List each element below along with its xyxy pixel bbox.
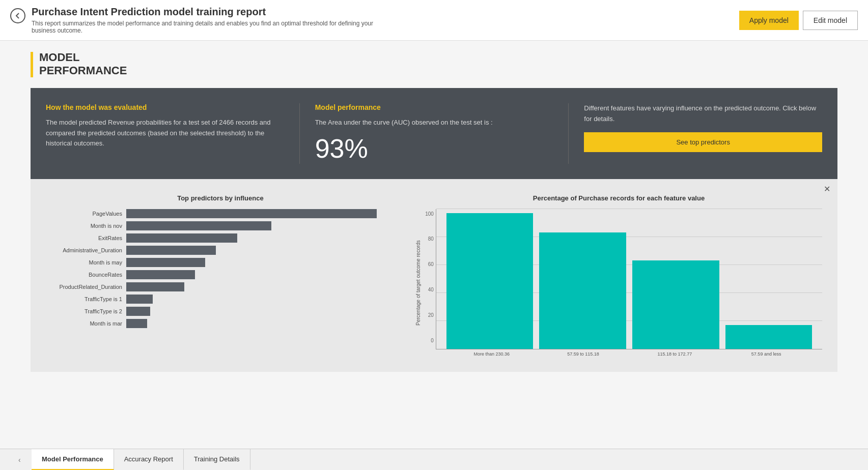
bar-fill [126, 307, 150, 316]
bar-fill [126, 319, 147, 328]
y-tick: 40 [424, 287, 434, 292]
y-tick: 100 [424, 211, 434, 217]
dark-info-panel: How the model was evaluated The model pr… [31, 88, 837, 179]
tab-scroll-left[interactable]: ‹ [18, 456, 29, 464]
bar-row: ProductRelated_Duration [51, 282, 390, 291]
x-label: 57.59 and less [720, 351, 812, 357]
bar-track [126, 209, 390, 218]
performance-heading: Model performance [315, 103, 553, 111]
header: Purchase Intent Prediction model trainin… [0, 0, 868, 41]
bar-track [126, 270, 390, 279]
v-bar [539, 232, 626, 348]
header-text: Purchase Intent Prediction model trainin… [32, 6, 388, 34]
bar-label: Administrative_Duration [51, 247, 122, 253]
bar-track [126, 282, 390, 291]
y-tick: 80 [424, 236, 434, 242]
header-left: Purchase Intent Prediction model trainin… [10, 6, 388, 34]
top-predictors-chart: Top predictors by influence PageValuesMo… [41, 189, 400, 362]
bar-row: Administrative_Duration [51, 246, 390, 255]
y-tick: 20 [424, 312, 434, 318]
edit-model-button[interactable]: Edit model [803, 11, 858, 30]
features-column: Different features have varying influenc… [574, 103, 822, 164]
bar-row: Month is mar [51, 319, 390, 328]
bar-fill [126, 270, 195, 279]
bar-label: Month is mar [51, 320, 122, 327]
bar-track [126, 319, 390, 328]
v-bar [446, 213, 534, 349]
v-bar [725, 325, 813, 349]
features-text: Different features have varying influenc… [584, 103, 822, 125]
bar-track [126, 246, 390, 255]
feature-chart-area: Percentage of target outcome records 020… [415, 209, 822, 357]
back-button[interactable] [10, 8, 25, 23]
x-label: 57.59 to 115.18 [538, 351, 629, 357]
bar-row: Month is may [51, 258, 390, 267]
top-predictors-title: Top predictors by influence [51, 194, 390, 202]
v-bar-group [632, 209, 719, 349]
auc-percentage: 93% [315, 133, 553, 164]
bar-fill [126, 209, 377, 218]
bar-track [126, 295, 390, 304]
tab-accuracy-report[interactable]: Accuracy Report [114, 449, 184, 471]
y-tick: 60 [424, 261, 434, 267]
bar-fill [126, 246, 216, 255]
panel-divider-2 [568, 103, 569, 164]
bar-label: TrafficType is 1 [51, 296, 122, 302]
bar-label: Month is may [51, 259, 122, 266]
close-charts-button[interactable]: ✕ [824, 184, 830, 194]
bar-chart: PageValuesMonth is novExitRatesAdministr… [51, 209, 390, 328]
header-actions: Apply model Edit model [739, 11, 858, 30]
x-axis-labels: More than 230.3657.59 to 115.18115.18 to… [436, 349, 822, 357]
v-bar [632, 260, 719, 348]
evaluation-heading: How the model was evaluated [46, 103, 284, 111]
bar-track [126, 258, 390, 267]
v-bars-area: More than 230.3657.59 to 115.18115.18 to… [436, 209, 822, 357]
v-bar-group [446, 209, 534, 349]
feature-value-chart: Percentage of Purchase records for each … [410, 189, 827, 362]
bar-row: ExitRates [51, 233, 390, 243]
bar-track [126, 233, 390, 243]
x-label: More than 230.36 [446, 351, 538, 357]
y-axis-ticks: 020406080100 [424, 211, 436, 343]
bar-fill [126, 282, 184, 291]
bar-label: PageValues [51, 211, 122, 217]
charts-panel: ✕ Top predictors by influence PageValues… [31, 179, 837, 372]
performance-text: The Area under the curve (AUC) observed … [315, 118, 553, 128]
bar-row: BounceRates [51, 270, 390, 279]
tab-model-performance[interactable]: Model Performance [32, 449, 114, 471]
bar-label: Month is nov [51, 223, 122, 229]
v-bars-plot [436, 209, 822, 349]
y-axis-label: Percentage of target outcome records [415, 209, 424, 357]
bar-fill [126, 233, 237, 243]
page-title: Purchase Intent Prediction model trainin… [32, 6, 388, 18]
bar-label: TrafficType is 2 [51, 308, 122, 314]
yellow-bar-decoration [31, 52, 33, 77]
bar-fill [126, 258, 205, 267]
performance-column: Model performance The Area under the cur… [305, 103, 564, 164]
v-bars-wrapper [436, 209, 822, 349]
v-bar-group [725, 209, 813, 349]
bar-row: PageValues [51, 209, 390, 218]
bar-track [126, 307, 390, 316]
see-top-predictors-button[interactable]: See top predictors [584, 132, 822, 152]
tabs-container: Model PerformanceAccuracy ReportTraining… [32, 449, 250, 471]
evaluation-text: The model predicted Revenue probabilitie… [46, 118, 284, 149]
bottom-tabs: ‹ Model PerformanceAccuracy ReportTraini… [0, 449, 868, 470]
bar-fill [126, 221, 271, 230]
main-content: MODEL PERFORMANCE How the model was eval… [0, 41, 868, 449]
apply-model-button[interactable]: Apply model [739, 11, 799, 30]
panel-divider-1 [299, 103, 300, 164]
feature-chart-title: Percentage of Purchase records for each … [415, 194, 822, 202]
model-performance-title: MODEL PERFORMANCE [39, 51, 127, 78]
bar-row: TrafficType is 1 [51, 295, 390, 304]
bar-track [126, 221, 390, 230]
tab-training-details[interactable]: Training Details [184, 449, 250, 471]
bar-label: ProductRelated_Duration [51, 284, 122, 290]
evaluation-column: How the model was evaluated The model pr… [46, 103, 294, 164]
bar-row: Month is nov [51, 221, 390, 230]
bar-fill [126, 295, 153, 304]
bar-row: TrafficType is 2 [51, 307, 390, 316]
page-subtitle: This report summarizes the model perform… [32, 20, 388, 34]
bar-label: ExitRates [51, 235, 122, 241]
section-title: MODEL PERFORMANCE [31, 51, 837, 78]
